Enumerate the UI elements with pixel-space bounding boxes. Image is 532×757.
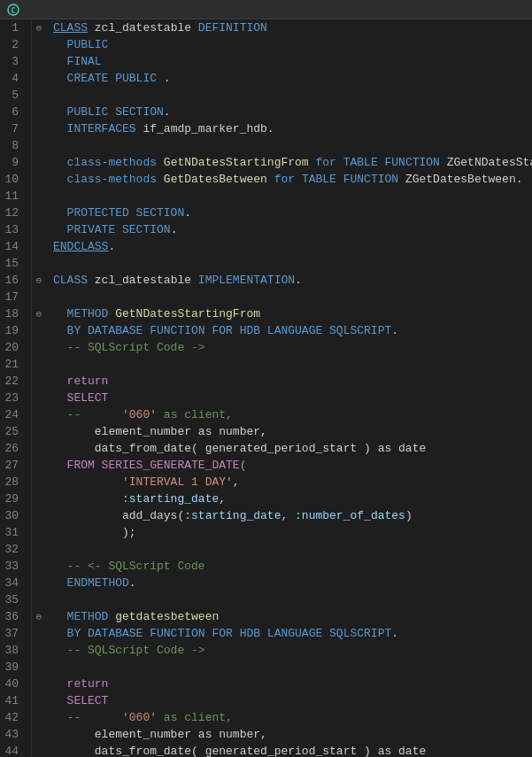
token: . (129, 575, 136, 591)
fold-indicator (32, 575, 46, 591)
fold-indicator (32, 137, 46, 154)
token: -- (53, 406, 122, 423)
token: BY DATABASE FUNCTION FOR HDB LANGUAGE SQ… (53, 322, 391, 339)
token: PUBLIC SECTION (53, 104, 164, 120)
line-number: 9 (0, 154, 24, 171)
fold-indicator (32, 356, 46, 373)
fold-indicator (32, 154, 46, 171)
code-line: FROM SERIES_GENERATE_DATE( (53, 457, 532, 474)
code-line: 'INTERVAL 1 DAY', (53, 474, 532, 491)
code-line (53, 87, 532, 104)
token: PROTECTED SECTION (53, 205, 184, 221)
fold-indicator[interactable]: ⊖ (32, 272, 46, 289)
token: -- <- SQLScript Code (53, 558, 205, 575)
code-line: FINAL (53, 53, 532, 70)
title-bar: C (0, 0, 532, 19)
line-number: 38 (0, 642, 24, 659)
code-line: SELECT (53, 692, 532, 709)
line-number: 10 (0, 171, 24, 188)
fold-indicator (32, 541, 46, 558)
fold-indicator (32, 289, 46, 305)
token: getdatesbetween (115, 608, 219, 625)
fold-indicator (32, 171, 46, 188)
code-line (53, 659, 532, 676)
line-number: 5 (0, 87, 24, 104)
fold-indicator (32, 659, 46, 676)
token: for (309, 154, 343, 171)
token: PUBLIC (53, 36, 108, 53)
token: . (164, 104, 171, 120)
fold-indicator (32, 743, 46, 757)
token: CLASS (53, 19, 88, 36)
token: as client, (157, 709, 233, 726)
line-number: 1 (0, 19, 24, 36)
code-line (53, 255, 532, 272)
token: ZGetDatesBetween (405, 171, 516, 188)
token: 'INTERVAL 1 DAY' (122, 474, 233, 491)
token: . (171, 221, 178, 238)
line-number: 24 (0, 406, 24, 423)
line-number: 8 (0, 137, 24, 154)
svg-text:C: C (12, 7, 16, 15)
code-line (53, 137, 532, 154)
token: -- (53, 709, 122, 726)
line-number: 17 (0, 289, 24, 305)
code-line: PUBLIC SECTION. (53, 104, 532, 120)
code-line: -- SQLScript Code -> (53, 642, 532, 659)
token: dats_from_date( generated_period_start )… (53, 440, 426, 457)
line-number: 26 (0, 440, 24, 457)
code-line (53, 289, 532, 305)
fold-indicator (32, 726, 46, 743)
code-line: METHOD GetNDatesStartingFrom (53, 305, 532, 322)
line-number: 29 (0, 491, 24, 507)
token: -- SQLScript Code -> (53, 339, 205, 356)
token: :number_of_dates (295, 507, 405, 524)
token: . (391, 625, 398, 642)
line-number: 27 (0, 457, 24, 474)
token: ) (405, 507, 412, 524)
code-line: PROTECTED SECTION. (53, 205, 532, 221)
token: -- SQLScript Code -> (53, 642, 205, 659)
editor-container: C 12345678910111213141516171819202122232… (0, 0, 532, 757)
code-line: return (53, 373, 532, 390)
line-number: 35 (0, 591, 24, 608)
fold-gutter[interactable]: ⊖⊖⊖⊖ (32, 19, 46, 757)
line-number: 19 (0, 322, 24, 339)
line-number: 37 (0, 625, 24, 642)
code-line: SELECT (53, 390, 532, 406)
editor-body: 1234567891011121314151617181920212223242… (0, 19, 532, 757)
fold-indicator[interactable]: ⊖ (32, 608, 46, 625)
line-numbers: 1234567891011121314151617181920212223242… (0, 19, 32, 757)
fold-indicator (32, 491, 46, 507)
token: . (267, 120, 274, 137)
fold-indicator (32, 373, 46, 390)
line-number: 44 (0, 743, 24, 757)
fold-indicator (32, 339, 46, 356)
token: . (295, 272, 302, 289)
code-line (53, 591, 532, 608)
fold-indicator[interactable]: ⊖ (32, 305, 46, 322)
fold-indicator (32, 104, 46, 120)
fold-indicator (32, 205, 46, 221)
fold-indicator (32, 390, 46, 406)
line-number: 40 (0, 676, 24, 692)
line-number: 21 (0, 356, 24, 373)
fold-indicator (32, 322, 46, 339)
fold-indicator[interactable]: ⊖ (32, 19, 46, 36)
fold-indicator (32, 507, 46, 524)
line-number: 20 (0, 339, 24, 356)
code-line: PUBLIC (53, 36, 532, 53)
fold-indicator (32, 625, 46, 642)
token: for (267, 171, 302, 188)
code-line: dats_from_date( generated_period_start )… (53, 440, 532, 457)
token: return (53, 373, 108, 390)
code-line: -- '060' as client, (53, 406, 532, 423)
fold-indicator (32, 457, 46, 474)
token: INTERFACES (53, 120, 143, 137)
line-number: 7 (0, 120, 24, 137)
token (53, 474, 122, 491)
code-line: add_days(:starting_date, :number_of_date… (53, 507, 532, 524)
token: . (108, 238, 115, 255)
code-line: INTERFACES if_amdp_marker_hdb. (53, 120, 532, 137)
code-line: ); (53, 524, 532, 541)
